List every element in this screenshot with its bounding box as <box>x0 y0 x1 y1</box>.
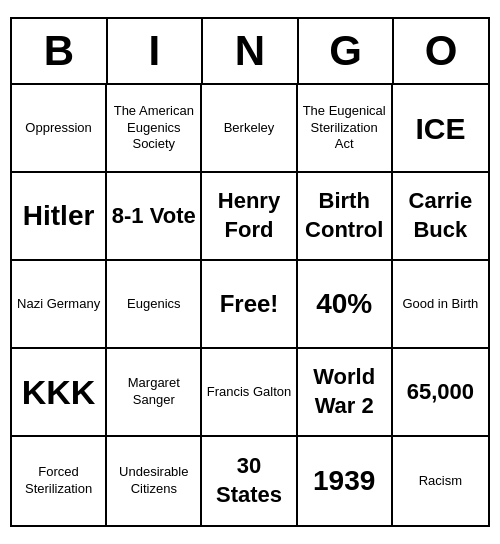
bingo-cell-15: KKK <box>12 349 107 437</box>
bingo-cell-4: ICE <box>393 85 488 173</box>
bingo-header: BINGO <box>12 19 488 85</box>
bingo-cell-16: Margaret Sanger <box>107 349 202 437</box>
header-letter-o: O <box>394 19 488 83</box>
bingo-cell-23: 1939 <box>298 437 393 525</box>
bingo-cell-2: Berkeley <box>202 85 297 173</box>
header-letter-b: B <box>12 19 108 83</box>
bingo-grid: OppressionThe American Eugenics SocietyB… <box>12 85 488 525</box>
bingo-cell-5: Hitler <box>12 173 107 261</box>
bingo-cell-24: Racism <box>393 437 488 525</box>
bingo-cell-1: The American Eugenics Society <box>107 85 202 173</box>
bingo-cell-3: The Eugenical Sterilization Act <box>298 85 393 173</box>
bingo-cell-10: Nazi Germany <box>12 261 107 349</box>
bingo-cell-17: Francis Galton <box>202 349 297 437</box>
bingo-cell-18: World War 2 <box>298 349 393 437</box>
header-letter-i: I <box>108 19 204 83</box>
bingo-cell-21: Undesirable Citizens <box>107 437 202 525</box>
bingo-cell-8: Birth Control <box>298 173 393 261</box>
bingo-cell-9: Carrie Buck <box>393 173 488 261</box>
bingo-cell-13: 40% <box>298 261 393 349</box>
bingo-cell-22: 30 States <box>202 437 297 525</box>
bingo-cell-14: Good in Birth <box>393 261 488 349</box>
header-letter-n: N <box>203 19 299 83</box>
bingo-cell-12: Free! <box>202 261 297 349</box>
bingo-cell-20: Forced Sterilization <box>12 437 107 525</box>
bingo-card: BINGO OppressionThe American Eugenics So… <box>10 17 490 527</box>
bingo-cell-7: Henry Ford <box>202 173 297 261</box>
bingo-cell-0: Oppression <box>12 85 107 173</box>
bingo-cell-6: 8-1 Vote <box>107 173 202 261</box>
bingo-cell-11: Eugenics <box>107 261 202 349</box>
bingo-cell-19: 65,000 <box>393 349 488 437</box>
header-letter-g: G <box>299 19 395 83</box>
